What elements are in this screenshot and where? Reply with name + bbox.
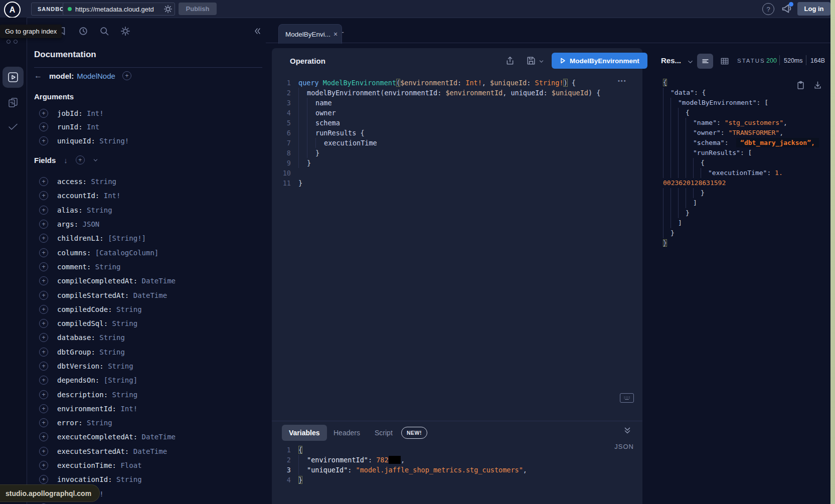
close-tab-icon[interactable]: × xyxy=(333,30,338,38)
arguments-list: +jobId: Int!+runId: Int+uniqueId: String… xyxy=(34,106,265,148)
add-field-button[interactable]: + xyxy=(39,276,48,285)
code-token: "stg_customers" xyxy=(725,119,783,126)
add-field-button[interactable]: + xyxy=(39,475,48,484)
add-field-button[interactable]: + xyxy=(39,333,48,342)
history-icon[interactable] xyxy=(78,26,88,36)
indent-guide xyxy=(671,138,678,148)
add-field-button[interactable]: + xyxy=(39,305,48,314)
run-operation-button[interactable]: ModelByEnvironment xyxy=(552,53,647,69)
add-field-button[interactable]: + xyxy=(39,291,48,300)
collapse-variables-icon[interactable] xyxy=(623,426,631,435)
add-field-button[interactable]: + xyxy=(39,248,48,257)
add-model-button[interactable]: + xyxy=(122,71,131,80)
add-field-button[interactable]: + xyxy=(39,234,48,243)
settings-gear-icon[interactable] xyxy=(120,26,130,36)
field-row-compiledSql[interactable]: +compiledSql: String xyxy=(34,316,265,330)
operation-menu-dots[interactable]: ••• xyxy=(618,78,627,84)
field-row-access[interactable]: +access: String xyxy=(34,175,265,189)
add-field-button[interactable]: + xyxy=(39,390,48,399)
divider xyxy=(779,55,780,65)
add-field-button[interactable]: + xyxy=(39,432,48,441)
add-field-button[interactable]: + xyxy=(39,418,48,427)
field-row-childrenL1[interactable]: +childrenL1: [String!] xyxy=(34,231,265,245)
add-field-button[interactable]: + xyxy=(39,177,48,186)
field-row-database[interactable]: +database: String xyxy=(34,330,265,345)
apollo-logo[interactable]: A xyxy=(4,2,21,18)
field-row-comment[interactable]: +comment: String xyxy=(34,260,265,274)
response-text-view-toggle[interactable] xyxy=(697,54,713,69)
code-token: , xyxy=(482,79,490,87)
field-row-executeCompletedAt[interactable]: +executeCompletedAt: DateTime xyxy=(34,430,265,444)
code-token: "schema" xyxy=(693,139,725,146)
help-icon[interactable]: ? xyxy=(762,3,774,15)
add-fields-chevron-icon[interactable] xyxy=(93,157,98,163)
field-row-description[interactable]: +description: String xyxy=(34,387,265,401)
field-row-compileCompletedAt[interactable]: +compileCompletedAt: DateTime xyxy=(34,274,265,288)
login-button[interactable]: Log in xyxy=(797,2,830,16)
field-row-dbtVersion[interactable]: +dbtVersion: String xyxy=(34,359,265,373)
field-row-alias[interactable]: +alias: String xyxy=(34,203,265,217)
publish-button[interactable]: Publish xyxy=(179,3,217,15)
field-name: compiledCode: xyxy=(57,305,112,313)
add-field-button[interactable]: + xyxy=(39,220,48,229)
endpoint-url-input[interactable]: https://metadata.cloud.getd xyxy=(63,3,175,16)
announcements-icon[interactable] xyxy=(781,3,792,14)
add-field-button[interactable]: + xyxy=(39,136,48,145)
response-table-view-toggle[interactable] xyxy=(720,57,729,66)
add-field-button[interactable]: + xyxy=(39,376,48,385)
field-row-compileStartedAt[interactable]: +compileStartedAt: DateTime xyxy=(34,288,265,302)
indent-guide xyxy=(663,228,671,238)
checks-icon[interactable] xyxy=(8,121,19,132)
tab-script[interactable]: Script xyxy=(375,429,393,437)
add-field-button[interactable]: + xyxy=(39,262,48,271)
add-field-button[interactable]: + xyxy=(39,206,48,215)
field-row-compiledCode[interactable]: +compiledCode: String xyxy=(34,302,265,316)
add-field-button[interactable]: + xyxy=(39,191,48,200)
field-row-accountId[interactable]: +accountId: Int! xyxy=(34,189,265,203)
argument-row-uniqueId[interactable]: +uniqueId: String! xyxy=(34,134,265,148)
field-row-args[interactable]: +args: JSON xyxy=(34,217,265,231)
add-field-button[interactable]: + xyxy=(39,362,48,371)
line-number: 2 xyxy=(277,455,291,465)
back-arrow-icon[interactable]: ← xyxy=(34,71,42,80)
field-row-executeStartedAt[interactable]: +executeStartedAt: DateTime xyxy=(34,444,265,458)
tab-headers[interactable]: Headers xyxy=(333,429,360,437)
field-row-dependsOn[interactable]: +dependsOn: [String] xyxy=(34,373,265,387)
response-viewer[interactable]: {"data": {"modelByEnvironment": [{"name"… xyxy=(663,78,819,248)
field-name: dbtGroup: xyxy=(57,348,95,356)
model-type-link[interactable]: ModelNode xyxy=(77,72,115,80)
tab-modelbyenvironment[interactable]: ModelByEnvi... × xyxy=(278,24,342,44)
variables-editor[interactable]: 1{2"environmentId": 782 ,3"uniqueId": "m… xyxy=(277,445,527,485)
field-row-error[interactable]: +error: String xyxy=(34,416,265,430)
add-field-button[interactable]: + xyxy=(39,461,48,470)
model-label: model: xyxy=(49,72,74,80)
schema-icon[interactable] xyxy=(8,79,19,90)
response-dropdown-chevron-icon[interactable] xyxy=(687,59,694,65)
add-field-button[interactable]: + xyxy=(39,319,48,328)
share-icon[interactable] xyxy=(506,56,515,65)
search-icon[interactable] xyxy=(99,26,109,36)
argument-row-jobId[interactable]: +jobId: Int! xyxy=(34,106,265,120)
field-row-environmentId[interactable]: +environmentId: Int! xyxy=(34,402,265,416)
connection-settings-gear-icon[interactable] xyxy=(162,5,173,14)
save-icon[interactable] xyxy=(527,56,536,65)
code-token: { xyxy=(663,79,667,86)
add-field-button[interactable]: + xyxy=(39,404,48,413)
field-row-executionTime[interactable]: +executionTime: Float xyxy=(34,458,265,472)
field-row-columns[interactable]: +columns: [CatalogColumn] xyxy=(34,245,265,259)
keyboard-shortcuts-button[interactable] xyxy=(620,393,634,403)
argument-row-runId[interactable]: +runId: Int xyxy=(34,120,265,134)
sort-fields-icon[interactable]: ↓ xyxy=(64,156,68,164)
field-row-dbtGroup[interactable]: +dbtGroup: String xyxy=(34,345,265,359)
add-field-button[interactable]: + xyxy=(39,109,48,118)
operation-editor[interactable]: 1query ModelByEnvironment($environmentId… xyxy=(277,78,600,188)
graph-index-icon[interactable] xyxy=(7,40,11,44)
code-line: } xyxy=(663,188,819,198)
collapse-sidebar-icon[interactable] xyxy=(253,27,261,35)
add-field-button[interactable]: + xyxy=(39,348,48,357)
tab-variables[interactable]: Variables xyxy=(282,425,327,441)
add-field-button[interactable]: + xyxy=(39,122,48,131)
add-all-fields-button[interactable]: + xyxy=(76,155,85,164)
save-dropdown-chevron-icon[interactable] xyxy=(539,59,544,64)
add-field-button[interactable]: + xyxy=(39,447,48,456)
